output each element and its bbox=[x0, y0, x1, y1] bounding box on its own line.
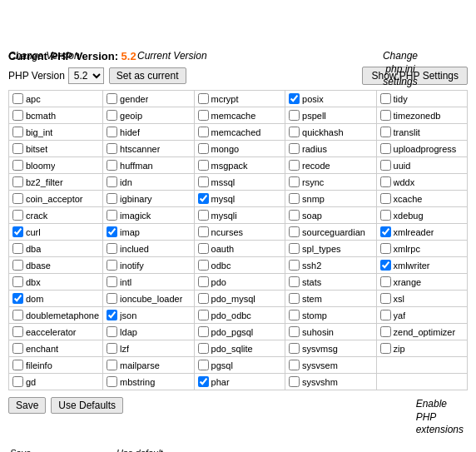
ext-checkbox[interactable] bbox=[198, 326, 209, 337]
ext-checkbox[interactable] bbox=[107, 110, 117, 121]
ext-checkbox[interactable] bbox=[12, 176, 23, 187]
ext-checkbox[interactable] bbox=[289, 93, 300, 104]
ext-checkbox[interactable] bbox=[380, 326, 391, 337]
ext-checkbox[interactable] bbox=[12, 143, 23, 154]
ext-checkbox[interactable] bbox=[107, 326, 117, 337]
ext-checkbox[interactable] bbox=[107, 160, 117, 171]
ext-checkbox[interactable] bbox=[380, 310, 391, 320]
ext-checkbox[interactable] bbox=[12, 293, 23, 304]
ext-checkbox[interactable] bbox=[107, 343, 117, 354]
ext-checkbox[interactable] bbox=[380, 127, 391, 137]
ext-name: xmlreader bbox=[394, 227, 434, 237]
ext-checkbox[interactable] bbox=[107, 310, 117, 320]
ext-checkbox[interactable] bbox=[198, 110, 209, 121]
ext-checkbox[interactable] bbox=[289, 160, 300, 171]
ext-checkbox[interactable] bbox=[198, 243, 209, 254]
ext-name: mailparse bbox=[120, 360, 160, 370]
ext-checkbox[interactable] bbox=[289, 276, 300, 287]
ext-checkbox[interactable] bbox=[198, 260, 209, 271]
ext-checkbox[interactable] bbox=[380, 260, 391, 271]
use-defaults-button[interactable]: Use Defaults bbox=[51, 397, 123, 414]
ext-checkbox[interactable] bbox=[380, 343, 391, 354]
ext-checkbox[interactable] bbox=[289, 376, 300, 387]
ext-checkbox[interactable] bbox=[289, 176, 300, 187]
ext-checkbox[interactable] bbox=[12, 160, 23, 171]
ext-checkbox[interactable] bbox=[107, 93, 117, 104]
ext-checkbox[interactable] bbox=[198, 276, 209, 287]
ext-checkbox[interactable] bbox=[198, 293, 209, 304]
ext-checkbox[interactable] bbox=[198, 193, 209, 204]
ext-checkbox[interactable] bbox=[198, 143, 209, 154]
ext-checkbox[interactable] bbox=[198, 360, 209, 370]
ext-checkbox[interactable] bbox=[107, 127, 117, 137]
ext-checkbox[interactable] bbox=[12, 110, 23, 121]
ext-checkbox[interactable] bbox=[198, 310, 209, 320]
ext-checkbox[interactable] bbox=[107, 243, 117, 254]
ext-checkbox[interactable] bbox=[107, 376, 117, 387]
ext-checkbox[interactable] bbox=[380, 243, 391, 254]
ext-checkbox[interactable] bbox=[380, 143, 391, 154]
ext-item: ncurses bbox=[195, 224, 285, 241]
ext-checkbox[interactable] bbox=[289, 143, 300, 154]
ext-checkbox[interactable] bbox=[12, 310, 23, 320]
ext-checkbox[interactable] bbox=[289, 360, 300, 370]
ext-checkbox[interactable] bbox=[107, 193, 117, 204]
ext-item: oauth bbox=[195, 241, 285, 257]
ext-name: yaf bbox=[394, 310, 406, 320]
ext-item: xmlreader bbox=[377, 224, 468, 241]
ext-checkbox[interactable] bbox=[198, 93, 209, 104]
ext-checkbox[interactable] bbox=[12, 276, 23, 287]
ext-checkbox[interactable] bbox=[289, 243, 300, 254]
ext-checkbox[interactable] bbox=[12, 326, 23, 337]
ext-checkbox[interactable] bbox=[289, 127, 300, 137]
ext-checkbox[interactable] bbox=[107, 276, 117, 287]
ext-checkbox[interactable] bbox=[12, 193, 23, 204]
ext-checkbox[interactable] bbox=[380, 93, 391, 104]
ext-checkbox[interactable] bbox=[380, 293, 391, 304]
ext-checkbox[interactable] bbox=[12, 260, 23, 271]
save-button[interactable]: Save bbox=[8, 397, 46, 414]
ext-checkbox[interactable] bbox=[107, 260, 117, 271]
ext-checkbox[interactable] bbox=[380, 160, 391, 171]
ext-checkbox[interactable] bbox=[12, 343, 23, 354]
ext-checkbox[interactable] bbox=[380, 276, 391, 287]
ext-checkbox[interactable] bbox=[107, 210, 117, 221]
ext-checkbox[interactable] bbox=[380, 193, 391, 204]
ext-checkbox[interactable] bbox=[380, 210, 391, 221]
ext-checkbox[interactable] bbox=[198, 210, 209, 221]
ext-checkbox[interactable] bbox=[289, 326, 300, 337]
ext-checkbox[interactable] bbox=[12, 127, 23, 137]
ext-checkbox[interactable] bbox=[198, 176, 209, 187]
ext-checkbox[interactable] bbox=[198, 343, 209, 354]
ext-checkbox[interactable] bbox=[12, 360, 23, 370]
ext-checkbox[interactable] bbox=[12, 243, 23, 254]
ext-checkbox[interactable] bbox=[198, 127, 209, 137]
php-version-select[interactable]: 5.25.35.45.57.0 bbox=[68, 67, 104, 84]
ext-checkbox[interactable] bbox=[198, 160, 209, 171]
ext-checkbox[interactable] bbox=[380, 176, 391, 187]
ext-item: stomp bbox=[285, 307, 376, 324]
ext-checkbox[interactable] bbox=[107, 293, 117, 304]
ext-checkbox[interactable] bbox=[12, 210, 23, 221]
ext-checkbox[interactable] bbox=[107, 360, 117, 370]
ext-checkbox[interactable] bbox=[289, 310, 300, 320]
ext-checkbox[interactable] bbox=[289, 260, 300, 271]
ext-checkbox[interactable] bbox=[107, 143, 117, 154]
ext-checkbox[interactable] bbox=[289, 293, 300, 304]
ext-checkbox[interactable] bbox=[12, 376, 23, 387]
ext-checkbox[interactable] bbox=[107, 176, 117, 187]
ext-checkbox[interactable] bbox=[198, 376, 209, 387]
ext-checkbox[interactable] bbox=[289, 343, 300, 354]
ext-checkbox[interactable] bbox=[289, 210, 300, 221]
ext-checkbox[interactable] bbox=[289, 110, 300, 121]
ext-checkbox[interactable] bbox=[380, 226, 391, 237]
ext-item: zip bbox=[377, 340, 468, 357]
set-as-current-button[interactable]: Set as current bbox=[109, 67, 186, 84]
ext-checkbox[interactable] bbox=[198, 226, 209, 237]
ext-checkbox[interactable] bbox=[12, 226, 23, 237]
ext-checkbox[interactable] bbox=[12, 93, 23, 104]
ext-checkbox[interactable] bbox=[289, 226, 300, 237]
ext-checkbox[interactable] bbox=[289, 193, 300, 204]
ext-checkbox[interactable] bbox=[107, 226, 117, 237]
ext-checkbox[interactable] bbox=[380, 110, 391, 121]
